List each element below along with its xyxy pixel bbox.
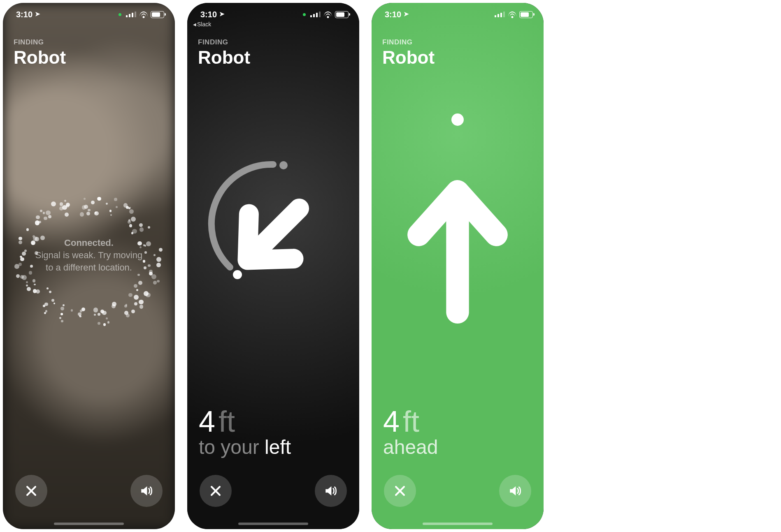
privacy-indicator-dot (303, 13, 306, 16)
direction-word: ahead (383, 436, 438, 458)
direction-word: left (265, 436, 291, 458)
status-bar: 3:10 ➤ (3, 3, 175, 23)
close-button[interactable] (15, 475, 47, 507)
location-services-icon: ➤ (35, 10, 40, 18)
speaker-icon (508, 484, 522, 498)
distance-value: 4 (383, 405, 400, 438)
battery-icon (519, 11, 533, 18)
distance-unit: ft (218, 405, 235, 438)
close-icon (209, 484, 223, 498)
location-services-icon: ➤ (404, 10, 409, 18)
cellular-signal-icon (310, 12, 321, 17)
cellular-signal-icon (126, 12, 136, 17)
status-time: 3:10 (385, 10, 401, 19)
finding-eyebrow: FINDING (14, 38, 66, 46)
status-time: 3:10 (16, 10, 33, 19)
status-bar: 3:10 ➤ (187, 3, 359, 23)
direction-arrow (400, 176, 515, 325)
battery-icon (151, 11, 164, 18)
distance-value: 4 (199, 405, 215, 438)
wifi-icon (323, 12, 332, 18)
speaker-icon (139, 484, 153, 498)
play-sound-button[interactable] (499, 475, 531, 507)
signal-status-message: Connected. Signal is weak. Try moving to… (3, 237, 175, 274)
distance-unit: ft (403, 405, 419, 438)
close-button[interactable] (384, 475, 416, 507)
direction-prefix: to your (199, 436, 259, 458)
finding-header: FINDING Robot (382, 38, 435, 68)
finding-eyebrow: FINDING (382, 38, 435, 46)
privacy-indicator-dot (119, 13, 121, 16)
finding-eyebrow: FINDING (198, 38, 250, 46)
home-indicator[interactable] (54, 523, 124, 525)
status-bar: 3:10 ➤ (372, 3, 544, 23)
speaker-icon (324, 484, 338, 498)
target-dot (451, 113, 464, 126)
precision-finding-searching-screen: 3:10 ➤ FINDING Robot Connected. Signal i… (3, 3, 175, 529)
home-indicator[interactable] (423, 523, 493, 525)
location-services-icon: ➤ (219, 10, 225, 18)
precision-finding-ahead-screen: 3:10 ➤ FINDING Robot 4ft (372, 3, 544, 529)
svg-point-0 (279, 161, 288, 169)
wifi-icon (139, 12, 148, 18)
status-time: 3:10 (200, 10, 217, 19)
play-sound-button[interactable] (315, 475, 347, 507)
finding-title: Robot (14, 47, 66, 68)
finding-title: Robot (382, 47, 435, 68)
battery-icon (335, 11, 349, 18)
wifi-icon (508, 12, 516, 18)
close-icon (393, 484, 407, 498)
distance-readout: 4ft ahead (383, 405, 438, 458)
close-icon (24, 484, 38, 498)
finding-header: FINDING Robot (198, 38, 250, 68)
close-button[interactable] (200, 475, 232, 507)
finding-header: FINDING Robot (14, 38, 66, 68)
play-sound-button[interactable] (130, 475, 163, 507)
distance-readout: 4ft to your left (199, 405, 291, 458)
precision-finding-direction-screen: 3:10 ➤ Slack FINDING Robot (187, 3, 359, 529)
home-indicator[interactable] (238, 523, 308, 525)
cellular-signal-icon (495, 12, 505, 17)
back-to-app-breadcrumb[interactable]: Slack (193, 21, 211, 28)
finding-title: Robot (198, 47, 250, 68)
